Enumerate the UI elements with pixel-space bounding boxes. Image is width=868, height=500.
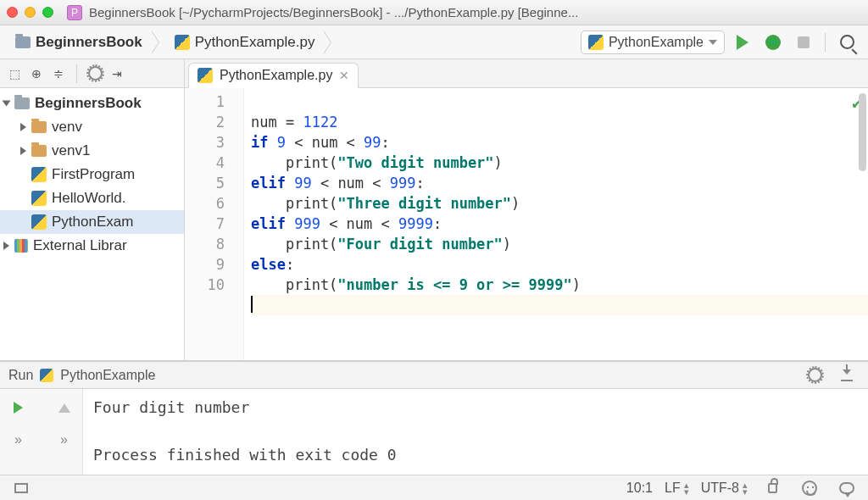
download-button[interactable]	[834, 364, 860, 387]
text-caret	[251, 296, 253, 313]
app-icon: P	[67, 5, 82, 20]
run-button[interactable]	[730, 31, 755, 54]
tree-item-label: venv1	[52, 142, 90, 159]
line-number: 9	[185, 254, 225, 275]
more-left-button[interactable]: »	[6, 428, 31, 452]
window-title: BeginnersBook [~/PycharmProjects/Beginne…	[89, 5, 861, 19]
chevron-right-icon[interactable]	[20, 123, 26, 131]
scroll-from-source-button[interactable]: ⬚	[7, 66, 22, 81]
python-file-icon	[588, 35, 604, 50]
python-file-icon	[40, 369, 53, 382]
feedback-button[interactable]	[834, 476, 860, 500]
breadcrumb-file-label: PythonExample.py	[195, 34, 315, 51]
project-toolbar: ⬚ ⊕ ≑ ⇥	[0, 59, 184, 88]
python-file-icon	[31, 191, 47, 206]
readonly-toggle[interactable]	[760, 476, 785, 500]
line-number: 3	[185, 132, 225, 153]
run-config-name: PythonExample	[60, 368, 155, 383]
editor-tab-label: PythonExample.py	[220, 68, 332, 83]
speech-bubble-icon	[839, 482, 854, 494]
up-stack-button[interactable]	[52, 396, 77, 419]
python-file-icon	[31, 167, 47, 182]
window-titlebar: P BeginnersBook [~/PycharmProjects/Begin…	[0, 0, 868, 25]
breadcrumb-project[interactable]: BeginnersBook	[8, 31, 151, 54]
play-icon	[14, 402, 23, 414]
gear-icon	[88, 66, 103, 81]
tree-item-pythonexample[interactable]: PythonExam	[0, 210, 184, 234]
chevron-down-icon[interactable]	[3, 101, 11, 107]
zoom-window-icon[interactable]	[42, 7, 53, 18]
tree-item-venv[interactable]: venv	[0, 115, 184, 139]
breadcrumb-file[interactable]: PythonExample.py	[168, 31, 324, 54]
editor-scrollbar[interactable]	[859, 93, 866, 171]
caret-position[interactable]: 10:1	[626, 481, 653, 496]
console-line: Four digit number	[93, 398, 249, 416]
code-content[interactable]: num = 1122if 9 < num < 99: print("Two di…	[244, 88, 868, 360]
rerun-button[interactable]	[6, 396, 31, 419]
line-number: 8	[185, 234, 225, 254]
main-content: ⬚ ⊕ ≑ ⇥ BeginnersBook venv venv1	[0, 59, 868, 361]
folder-icon	[15, 36, 31, 48]
library-icon	[14, 239, 28, 253]
hide-button[interactable]: ⇥	[109, 66, 125, 81]
encoding-selector[interactable]: UTF-8▴▾	[701, 481, 748, 496]
tree-item-label: External Librar	[33, 237, 127, 254]
line-number: 7	[185, 214, 225, 234]
tree-external-libraries[interactable]: External Librar	[0, 234, 184, 258]
python-file-icon	[175, 35, 190, 50]
tree-item-firstprogram[interactable]: FirstProgram	[0, 163, 184, 186]
inspector-button[interactable]	[797, 476, 822, 500]
run-config-name: PythonExample	[609, 35, 704, 50]
console-line: Process finished with exit code 0	[93, 446, 397, 464]
more-right-button[interactable]: »	[52, 428, 77, 452]
tree-item-label: FirstProgram	[52, 166, 135, 183]
hector-icon	[802, 481, 817, 496]
tree-item-label: HelloWorld.	[52, 190, 126, 207]
debug-button[interactable]	[760, 31, 786, 54]
expand-all-button[interactable]: ≑	[51, 66, 66, 81]
run-label: Run	[8, 368, 33, 383]
folder-icon	[31, 121, 47, 133]
console-output[interactable]: Four digit number Process finished with …	[83, 389, 868, 475]
gear-icon	[808, 368, 822, 382]
close-window-icon[interactable]	[7, 7, 18, 18]
up-down-icon: ▴▾	[684, 481, 689, 495]
editor-tabs: PythonExample.py ✕	[185, 59, 868, 88]
project-tree[interactable]: BeginnersBook venv venv1 FirstProgram He	[0, 88, 184, 360]
tree-item-venv1[interactable]: venv1	[0, 139, 184, 163]
run-left-toolbar: » »	[0, 389, 83, 475]
editor-area: PythonExample.py ✕ 1 2 3 4 5 6 7 8 9 10 …	[185, 59, 868, 360]
chevron-down-icon	[709, 40, 717, 45]
run-body: » » Four digit number Process finished w…	[0, 389, 868, 475]
run-config-selector[interactable]: PythonExample	[581, 31, 725, 54]
run-settings-button[interactable]	[802, 364, 827, 387]
status-bar: 10:1 LF▴▾ UTF-8▴▾	[0, 475, 868, 500]
folder-icon	[31, 145, 47, 157]
tree-root[interactable]: BeginnersBook	[0, 92, 184, 115]
search-everywhere-button[interactable]	[834, 31, 860, 54]
stop-icon	[798, 36, 810, 48]
tree-item-label: venv	[52, 119, 82, 136]
separator	[76, 64, 77, 83]
chevron-right-icon[interactable]	[3, 242, 9, 250]
run-tool-window: Run PythonExample » » Four digit number …	[0, 361, 868, 475]
minimize-window-icon[interactable]	[25, 7, 36, 18]
line-number: 2	[185, 112, 225, 132]
bug-icon	[765, 35, 781, 50]
editor-tab-pythonexample[interactable]: PythonExample.py ✕	[188, 63, 359, 88]
code-editor[interactable]: 1 2 3 4 5 6 7 8 9 10 num = 1122if 9 < nu…	[185, 88, 868, 360]
close-tab-icon[interactable]: ✕	[339, 69, 349, 82]
line-number: 4	[185, 153, 225, 173]
tree-item-label: PythonExam	[52, 214, 133, 231]
settings-button[interactable]	[87, 66, 103, 81]
search-icon	[840, 35, 854, 49]
lock-icon	[768, 483, 777, 493]
stop-button[interactable]	[791, 31, 816, 54]
chevron-right-icon[interactable]	[20, 147, 26, 155]
play-icon	[737, 35, 748, 50]
tree-item-helloworld[interactable]: HelloWorld.	[0, 186, 184, 210]
collapse-all-button[interactable]: ⊕	[29, 66, 44, 81]
line-number: 5	[185, 173, 225, 193]
toggle-tool-windows-button[interactable]	[8, 476, 34, 500]
line-separator-selector[interactable]: LF▴▾	[665, 481, 689, 496]
